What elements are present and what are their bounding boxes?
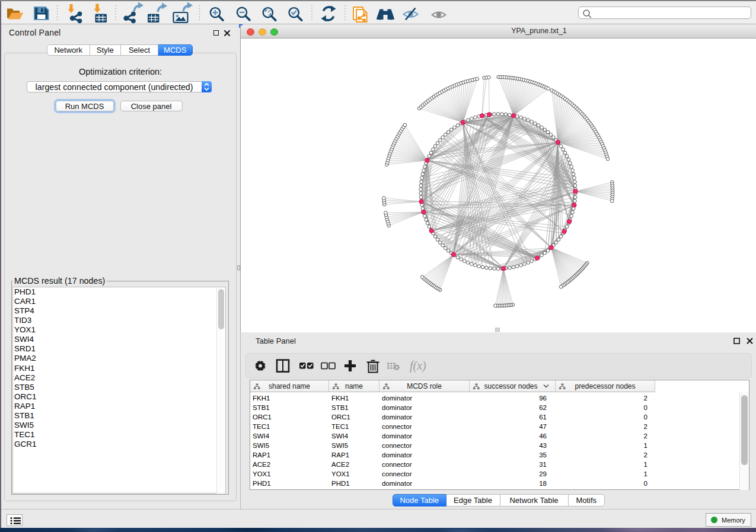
svg-text:f(x): f(x) [410,359,426,373]
